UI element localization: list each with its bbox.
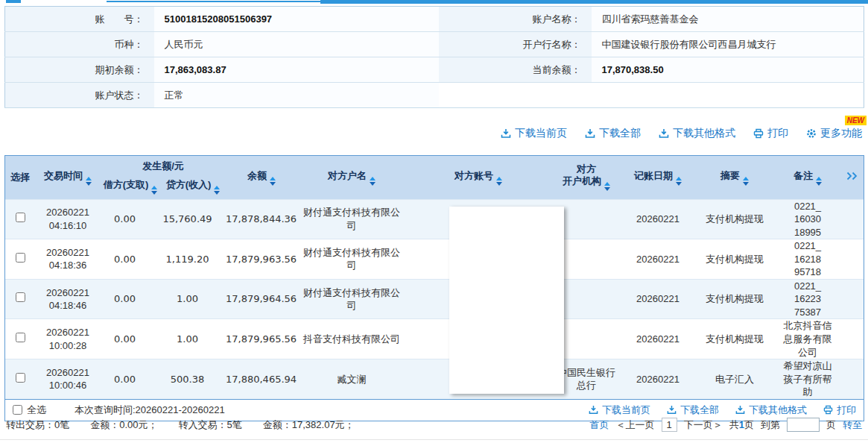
counterparty-cell: 抖音支付科技有限公司 bbox=[297, 319, 406, 359]
book-date-cell: 20260221 bbox=[622, 199, 694, 239]
currency-value: 人民币元 bbox=[154, 32, 439, 57]
download-all-label: 下载全部 bbox=[599, 127, 641, 140]
book-date-cell: 20260221 bbox=[622, 359, 694, 399]
counterparty-cell: 财付通支付科技有限公司 bbox=[297, 239, 406, 280]
download-icon bbox=[501, 128, 511, 139]
opening-balance-value: 17,863,083.87 bbox=[154, 57, 439, 83]
transaction-row: 20260221 10:00:28 0.00 1.00 17,879,965.5… bbox=[5, 319, 864, 359]
download-other-format-label: 下载其他格式 bbox=[673, 127, 735, 140]
col-header-counterparty-label: 对方户名 bbox=[328, 170, 367, 181]
counterparty-cell: 财付通支付科技有限公司 bbox=[297, 279, 406, 319]
sort-arrows-icon bbox=[676, 177, 682, 186]
col-header-remark-label: 备注 bbox=[793, 170, 813, 181]
book-date-cell: 20260221 bbox=[622, 279, 694, 319]
debit-cell: 0.00 bbox=[101, 199, 160, 239]
col-header-select: 选择 bbox=[5, 156, 35, 199]
summary-cell: 支付机构提现 bbox=[694, 199, 776, 239]
credit-cell: 1,119.20 bbox=[160, 239, 226, 280]
tab-strip-bar bbox=[320, 0, 868, 4]
new-badge: NEW bbox=[845, 116, 867, 125]
debit-cell: 0.00 bbox=[101, 279, 160, 319]
sort-arrows-icon bbox=[496, 177, 502, 186]
col-header-time[interactable]: 交易时间 bbox=[35, 156, 101, 199]
transaction-stats: 转出交易：0笔 金额：0.00元； 转入交易：5笔 金额：17,382.07元； bbox=[6, 418, 355, 432]
row-checkbox[interactable] bbox=[16, 333, 25, 342]
summary-cell: 支付机构提现 bbox=[694, 279, 776, 319]
col-header-book-date-label: 记账日期 bbox=[634, 170, 673, 181]
current-balance-value: 17,870,838.50 bbox=[592, 57, 864, 83]
row-select-cell bbox=[5, 239, 35, 280]
remark-cell: 0221_ 16218 95718 bbox=[776, 239, 840, 280]
download-all-link[interactable]: 下载全部 bbox=[585, 127, 641, 140]
col-header-debit-label: 借方(支取) bbox=[104, 179, 149, 190]
transaction-time-cell: 20260221 10:00:28 bbox=[35, 319, 101, 359]
download-icon bbox=[585, 128, 595, 139]
print-label: 打印 bbox=[767, 127, 788, 140]
account-detail-page: 账 号： 51001815208051506397 账户名称： 四川省索玛慈善基… bbox=[0, 0, 868, 443]
row-checkbox[interactable] bbox=[16, 253, 25, 263]
next-page-button[interactable]: 下一页＞ bbox=[684, 418, 723, 432]
col-header-credit[interactable]: 贷方(收入) bbox=[160, 177, 226, 199]
account-info-row: 币种： 人民币元 开户行名称： 中国建设银行股份有限公司西昌月城支行 bbox=[5, 32, 864, 57]
gear-icon bbox=[806, 128, 817, 139]
print-link[interactable]: 打印 bbox=[753, 127, 788, 140]
row-checkbox[interactable] bbox=[16, 213, 25, 222]
row-checkbox[interactable] bbox=[16, 373, 25, 383]
col-header-summary[interactable]: 摘要 bbox=[694, 156, 776, 199]
balance-cell: 17,879,964.56 bbox=[226, 279, 297, 319]
row-select-cell bbox=[5, 199, 35, 239]
col-header-counterparty-bank[interactable]: 对方 开户机构 bbox=[551, 156, 622, 199]
account-info-row: 账 号： 51001815208051506397 账户名称： 四川省索玛慈善基… bbox=[5, 7, 864, 32]
col-header-counterparty[interactable]: 对方户名 bbox=[297, 156, 406, 199]
credit-cell: 500.38 bbox=[160, 359, 226, 399]
row-more-cell bbox=[840, 359, 864, 399]
summary-cell: 支付机构提现 bbox=[694, 319, 776, 359]
printer-icon bbox=[753, 128, 764, 139]
goto-suffix: 页 bbox=[826, 418, 836, 432]
row-more-cell bbox=[840, 199, 864, 239]
tab-strip-line bbox=[107, 1, 320, 2]
account-status-label: 账户状态： bbox=[5, 83, 154, 108]
sort-arrows-icon bbox=[270, 177, 276, 186]
row-select-cell bbox=[5, 319, 35, 359]
currency-label: 币种： bbox=[5, 32, 154, 57]
empty-cell bbox=[592, 83, 864, 108]
transaction-row: 20260221 04:18:46 0.00 1.00 17,879,964.5… bbox=[5, 279, 864, 319]
pagination: 首页 ＜上一页 1 下一页＞ 共1页 到第 页 转至 bbox=[590, 418, 862, 432]
download-icon bbox=[659, 128, 669, 139]
transaction-row: 20260221 10:00:46 0.00 500.38 17,880,465… bbox=[5, 359, 864, 399]
download-current-page-link[interactable]: 下载当前页 bbox=[501, 127, 567, 140]
goto-prefix: 到第 bbox=[761, 418, 780, 432]
sort-arrows-icon bbox=[214, 186, 220, 195]
row-select-cell bbox=[5, 279, 35, 319]
sort-arrows-icon bbox=[151, 186, 157, 195]
summary-cell: 支付机构提现 bbox=[694, 239, 776, 280]
bottom-bar: 转出交易：0笔 金额：0.00元； 转入交易：5笔 金额：17,382.07元；… bbox=[0, 409, 868, 440]
more-functions-link[interactable]: NEW 更多功能 bbox=[806, 127, 862, 140]
outgoing-count: 转出交易：0笔 bbox=[6, 418, 69, 432]
transaction-time-cell: 20260221 04:16:10 bbox=[35, 199, 101, 239]
col-header-book-date[interactable]: 记账日期 bbox=[622, 156, 694, 199]
counterparty-cell: 臧文澜 bbox=[297, 359, 406, 399]
more-columns-button[interactable] bbox=[840, 156, 864, 199]
col-header-debit[interactable]: 借方(支取) bbox=[101, 177, 160, 199]
counterparty-cell: 财付通支付科技有限公司 bbox=[297, 199, 406, 239]
col-header-amount-group: 发生额/元 bbox=[101, 156, 226, 177]
balance-cell: 17,879,965.56 bbox=[226, 319, 297, 359]
col-header-remark[interactable]: 备注 bbox=[776, 156, 840, 199]
row-more-cell bbox=[840, 319, 864, 359]
total-pages-suffix: 页 bbox=[744, 419, 754, 430]
sort-arrows-icon bbox=[604, 182, 610, 191]
transaction-time-cell: 20260221 04:18:36 bbox=[35, 239, 101, 280]
download-other-format-link[interactable]: 下载其他格式 bbox=[659, 127, 735, 140]
row-select-cell bbox=[5, 359, 35, 399]
col-header-balance[interactable]: 余额 bbox=[226, 156, 297, 199]
remark-cell: 北京抖音信息服务有限公司 bbox=[776, 319, 840, 359]
row-checkbox[interactable] bbox=[16, 292, 25, 302]
first-page-link[interactable]: 首页 bbox=[590, 418, 609, 432]
prev-page-button[interactable]: ＜上一页 bbox=[616, 418, 655, 432]
col-header-counterparty-account[interactable]: 对方账号 bbox=[406, 156, 551, 199]
goto-button[interactable]: 转至 bbox=[843, 418, 862, 432]
goto-page-input[interactable] bbox=[787, 418, 820, 432]
row-more-cell bbox=[840, 239, 864, 280]
